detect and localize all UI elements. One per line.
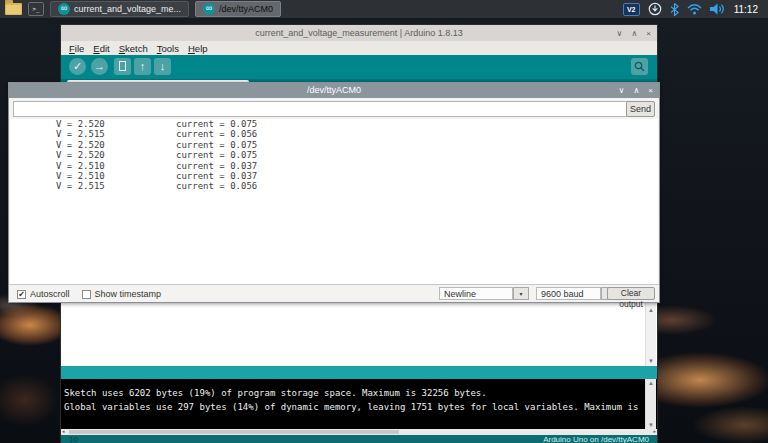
arduino-logo-icon: ∞ (203, 3, 215, 15)
console-line: Global variables use 297 bytes (14%) of … (64, 400, 638, 414)
taskbar-app-label: current_and_voltage_me... (74, 4, 181, 14)
file-manager-icon[interactable] (5, 3, 22, 15)
taskbar: >_ ∞ current_and_voltage_me... ∞ /dev/tt… (0, 0, 768, 19)
timestamp-label: Show timestamp (95, 289, 162, 299)
taskbar-app-arduino-ide[interactable]: ∞ current_and_voltage_me... (50, 1, 189, 17)
serial-titlebar[interactable]: /dev/ttyACM0 ∨ ∧ × (9, 83, 659, 98)
clock: 11:12 (734, 4, 758, 15)
verify-button[interactable]: ✓ (69, 58, 86, 75)
wifi-icon[interactable] (687, 4, 702, 15)
serial-bottom-bar: ✔ Autoscroll Show timestamp Newline ▾ 96… (9, 284, 659, 302)
open-sketch-button[interactable]: ↑ (134, 58, 151, 75)
serial-monitor-button[interactable] (631, 58, 648, 75)
serial-monitor-window: /dev/ttyACM0 ∨ ∧ × Send V = 2.520current… (8, 82, 660, 303)
build-console: Sketch uses 6202 bytes (19%) of program … (61, 379, 657, 429)
serial-output-line: V = 2.510current = 0.037 (10, 161, 658, 171)
cursor-line-number: 10 (69, 435, 78, 443)
minimize-icon[interactable]: ∨ (617, 29, 623, 38)
close-icon[interactable]: × (646, 29, 651, 38)
vnc-icon[interactable]: V2 (623, 3, 640, 16)
serial-output-line: V = 2.515current = 0.056 (10, 181, 658, 191)
serial-output-line: V = 2.520current = 0.075 (10, 150, 658, 160)
serial-send-input[interactable] (13, 101, 629, 117)
timestamp-checkbox[interactable] (82, 290, 91, 299)
console-line: Sketch uses 6202 bytes (19%) of program … (64, 386, 638, 400)
arduino-logo-icon: ∞ (58, 3, 70, 15)
baud-rate-select[interactable]: 9600 baud (536, 287, 601, 300)
menu-edit[interactable]: Edit (93, 43, 109, 54)
menu-tools[interactable]: Tools (157, 43, 179, 54)
save-sketch-button[interactable]: ↓ (154, 58, 171, 75)
scroll-up-icon[interactable]: ▲ (646, 307, 656, 313)
taskbar-tray: V2 11:12 (623, 2, 768, 16)
scroll-up-icon[interactable]: ▲ (646, 380, 656, 386)
autoscroll-label: Autoscroll (30, 289, 70, 299)
serial-output-area[interactable]: V = 2.520current = 0.075V = 2.515current… (10, 119, 658, 285)
clear-output-button[interactable]: Clear output (607, 287, 655, 300)
serial-output-line: V = 2.515current = 0.056 (10, 129, 658, 139)
updates-icon[interactable] (648, 2, 662, 16)
serial-output-line: V = 2.520current = 0.075 (10, 140, 658, 150)
menu-file[interactable]: File (69, 43, 84, 54)
menu-bar: FileEditSketchToolsHelp (61, 41, 657, 55)
line-ending-select[interactable]: Newline (439, 287, 513, 300)
serial-output-line: V = 2.520current = 0.075 (10, 119, 658, 129)
taskbar-app-serial-monitor[interactable]: ∞ /dev/ttyACM0 (195, 1, 281, 17)
scroll-left-icon[interactable]: ◂ (62, 428, 65, 434)
ide-toolbar: ✓ → ↑ ↓ (61, 55, 657, 79)
upload-button[interactable]: → (91, 58, 108, 75)
serial-output-line: V = 2.510current = 0.037 (10, 171, 658, 181)
console-scrollbar[interactable]: ▲ ▼ (645, 379, 656, 429)
autoscroll-checkbox[interactable]: ✔ (17, 290, 26, 299)
close-icon[interactable]: × (648, 86, 653, 95)
menu-sketch[interactable]: Sketch (119, 43, 148, 54)
maximize-icon[interactable]: ∧ (633, 86, 639, 95)
line-ending-caret-icon[interactable]: ▾ (513, 287, 529, 300)
scroll-down-icon[interactable]: ▼ (646, 358, 656, 364)
taskbar-app-label: /dev/ttyACM0 (219, 4, 273, 14)
ide-titlebar[interactable]: current_and_voltage_measurement | Arduin… (61, 25, 657, 41)
scroll-right-icon[interactable]: ▸ (653, 428, 656, 434)
taskbar-left: >_ ∞ current_and_voltage_me... ∞ /dev/tt… (0, 1, 623, 17)
serial-window-title: /dev/ttyACM0 (9, 83, 659, 98)
board-port-info: Arduino Uno on /dev/ttyACM0 (543, 435, 649, 443)
new-sketch-button[interactable] (114, 58, 131, 75)
menu-help[interactable]: Help (188, 43, 208, 54)
document-icon (119, 61, 126, 71)
hscroll-thumb[interactable] (69, 430, 399, 434)
maximize-icon[interactable]: ∧ (631, 29, 637, 38)
status-divider-bar (61, 366, 657, 379)
minimize-icon[interactable]: ∨ (619, 86, 625, 95)
send-button[interactable]: Send (626, 101, 655, 117)
ide-window-title: current_and_voltage_measurement | Arduin… (61, 28, 657, 38)
terminal-icon[interactable]: >_ (28, 2, 44, 16)
bluetooth-icon[interactable] (670, 3, 679, 16)
ide-statusbar: 10 Arduino Uno on /dev/ttyACM0 (61, 435, 657, 443)
volume-icon[interactable] (710, 3, 726, 15)
desktop: >_ ∞ current_and_voltage_me... ∞ /dev/tt… (0, 0, 768, 443)
magnifier-icon (634, 61, 645, 72)
